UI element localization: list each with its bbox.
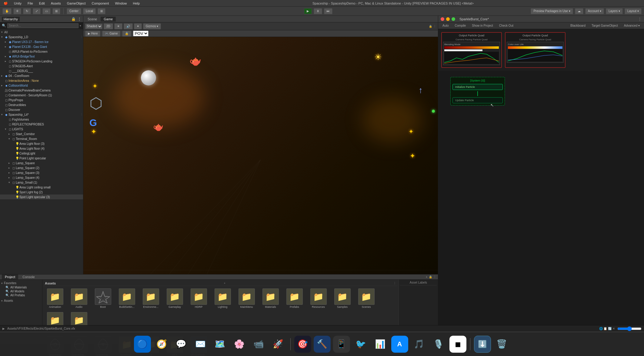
menu-window[interactable]: Window <box>114 2 128 5</box>
dock-trash[interactable]: 🗑️ <box>493 336 510 353</box>
render-mode-select[interactable]: Shaded <box>85 24 102 29</box>
tab-advanced[interactable]: Advanced ▾ <box>622 23 642 28</box>
hier-item-cinematic[interactable]: ▸ 🎥 CinematicPreviewBrainCamera <box>0 88 83 93</box>
window-close-btn[interactable] <box>441 17 444 21</box>
hier-spaceship-options[interactable]: ⋮ <box>80 113 83 116</box>
lock-scene-icon[interactable]: 🔒 <box>429 25 432 28</box>
dock-podcasts[interactable]: 🎙️ <box>430 336 447 353</box>
asset-samples[interactable]: 📁 Samples <box>331 287 354 310</box>
hier-item-point-specular[interactable]: ▸ 💡 Point Light specular <box>0 156 83 161</box>
tool-scale[interactable]: ⤢ <box>33 8 41 14</box>
hier-item-stage04[interactable]: ▸ ◻ STAGE04-PinScreen-Landing <box>0 59 83 64</box>
hier-item-area-light-3[interactable]: ▸ 💡 Area Light floor (3) <box>0 141 83 146</box>
hier-item-all[interactable]: ▾ All <box>0 30 83 35</box>
menu-unity-text[interactable]: Unity <box>13 2 23 5</box>
bottom-panel-icon1[interactable]: + <box>426 275 428 279</box>
asset-resources[interactable]: 📁 Resources <box>307 287 330 310</box>
hier-item-lamp-square-3[interactable]: ▸ ◻ Lamp_Square (3) <box>0 170 83 175</box>
fav-all-materials[interactable]: 🔍 All Materials <box>1 285 41 289</box>
hier-options-icon[interactable]: ⋮ <box>80 35 83 38</box>
pivot-btn[interactable]: Center <box>67 8 81 14</box>
hier-item-debug[interactable]: ▸ ◻ ___DEBUG___ <box>0 68 83 73</box>
hier-item-reflectionprobes[interactable]: ▸ ◻ REFLECTIONPROBES <box>0 122 83 127</box>
hier-item-physprops[interactable]: ▸ ◻ PhysProps <box>0 98 83 102</box>
dock-mail[interactable]: ✉️ <box>192 336 209 353</box>
tab-hierarchy[interactable]: Hierarchy <box>2 17 20 22</box>
hier-item-lamp-small[interactable]: ▾ ◻ Lamp_Small (1) <box>0 180 83 185</box>
tool-move[interactable]: ✛ <box>13 8 21 14</box>
assets-add-icon[interactable]: + <box>224 282 225 285</box>
hierarchy-filter-icon[interactable]: ▾ <box>80 24 81 27</box>
bottom-panel-lock[interactable]: 🔒 <box>429 275 432 278</box>
dock-facetime[interactable]: 📹 <box>250 336 267 353</box>
tab-console[interactable]: Console <box>19 274 38 279</box>
window-min-btn[interactable] <box>446 17 450 21</box>
hier-item-spot-fog[interactable]: ▸ 💡 Spot Light fog (2) <box>0 190 83 195</box>
hierarchy-lock-icon[interactable]: 🔒 <box>71 17 76 21</box>
initialize-particle-node[interactable]: Initialize Particle <box>452 84 503 90</box>
hier-item-lamp-square-4[interactable]: ▸ ◻ Lamp_Square (4) <box>0 175 83 180</box>
tab-project[interactable]: Project <box>2 274 18 279</box>
fav-all-models[interactable]: 🔍 All Models <box>1 289 41 293</box>
dock-bird[interactable]: 🐦 <box>352 336 369 353</box>
hier-item-lamp-square-2[interactable]: ▸ ◻ Lamp_Square (2) <box>0 165 83 170</box>
hierarchy-menu-icon[interactable]: ⋮ <box>78 17 81 21</box>
tab-auto[interactable]: Auto <box>440 23 451 28</box>
asset-animation[interactable]: 📁 Animation <box>44 287 66 310</box>
hier-item-terminal-room[interactable]: ▾ ◻ Terminal_Room <box>0 136 83 141</box>
tab-show-project[interactable]: Show in Project <box>469 23 495 28</box>
tool-rect[interactable]: ▭ <box>42 8 51 14</box>
window-max-btn[interactable] <box>452 17 455 21</box>
hier-item-spot-specular[interactable]: ▸ 💡 Spot Light specular (3) <box>0 195 83 199</box>
step-btn[interactable]: ⏭ <box>324 8 332 14</box>
hier-item-fogvolumes[interactable]: ▸ ◻ FogVolumes <box>0 117 83 122</box>
assets-menu-icon[interactable]: ⋮ <box>393 282 396 285</box>
hier-item-spaceship-lit[interactable]: ▾ ◆ Spaceship_Lit* ⋮ <box>0 112 83 117</box>
hier-item-area-light-ceil[interactable]: ▸ 💡 Area Light ceiling small <box>0 185 83 190</box>
hier-item-arui-bridge[interactable]: ▸ ■ ARUI-BridgeText <box>0 54 83 59</box>
game-btn[interactable]: 🎮 Game <box>102 31 120 37</box>
dock-activity[interactable]: 📊 <box>372 336 389 353</box>
asset-hdrp[interactable]: 📁 HDRP <box>187 287 210 310</box>
hier-item-spaceship-ld[interactable]: ▾ ◆ Spaceship_LD ⋮ <box>0 35 83 39</box>
effects-toggle[interactable]: ✦ <box>134 23 142 29</box>
asset-mainmenu[interactable]: 📁 MainMenu <box>235 287 258 310</box>
dock-finder[interactable]: 🔵 <box>134 336 151 353</box>
2d-toggle[interactable]: 2D <box>104 23 113 29</box>
hier-item-interaction[interactable]: ▸ ◻ InteractionArea : None <box>0 78 83 83</box>
tab-checkout[interactable]: Check Out <box>497 23 516 28</box>
dock-appstore[interactable]: A <box>391 336 408 353</box>
dock-photos[interactable]: 🌸 <box>231 336 248 353</box>
menu-help[interactable]: Help <box>132 2 141 5</box>
asset-scenes[interactable]: 📁 Scenes <box>355 287 378 310</box>
menu-unity[interactable]: 🍎 <box>2 1 9 5</box>
dock-simulator[interactable]: 📱 <box>333 336 350 353</box>
dock-music[interactable]: 🎵 <box>411 336 428 353</box>
dock-maps[interactable]: 🗺️ <box>212 336 229 353</box>
dock-safari[interactable]: 🧭 <box>153 336 170 353</box>
hier-item-lamp-square[interactable]: ▸ ◻ Lamp_Square <box>0 161 83 165</box>
dock-messages[interactable]: 💬 <box>173 336 190 353</box>
asset-buildsettings[interactable]: 📁 BuildSettin... <box>115 287 138 310</box>
hier-item-ceiling-light[interactable]: ▸ 💡 CeilingLight <box>0 151 83 156</box>
dock-xcode[interactable]: 🔨 <box>314 336 331 353</box>
dock-downloads[interactable]: ⬇️ <box>474 336 491 353</box>
update-particle-node[interactable]: Update Particle <box>452 97 503 103</box>
asset-lighting[interactable]: 📁 Lighting <box>211 287 234 310</box>
preview-packages-btn[interactable]: Preview Packages in Use ▾ <box>531 8 573 14</box>
audio-toggle[interactable]: 🔊 <box>124 23 133 29</box>
pause-btn[interactable]: ⏸ <box>314 8 322 14</box>
hier-item-area-light-4[interactable]: ▸ 💡 Area Light floor (4) <box>0 146 83 151</box>
asset-gameplay[interactable]: 📁 Gameplay <box>163 287 186 310</box>
menu-component[interactable]: Component <box>91 2 110 5</box>
hier-item-lights[interactable]: ▾ ◻ LIGHTS <box>0 127 83 131</box>
account-btn[interactable]: Account ▾ <box>585 8 604 14</box>
sparkle-menu-icon[interactable]: ⋮ <box>638 17 642 21</box>
layout-btn[interactable]: Layout ▾ <box>625 8 642 14</box>
hier-item-destructibles[interactable]: ▸ ◻ Destructibles <box>0 102 83 107</box>
bottom-panel-menu[interactable]: ⋮ <box>433 275 436 278</box>
gizmos-toggle[interactable]: Gizmos ▾ <box>143 23 161 29</box>
hier-item-stage05[interactable]: ▸ ◻ STAGE05-Alert <box>0 64 83 68</box>
asset-prefabs[interactable]: 📁 Prefabs <box>283 287 306 310</box>
hier-item-collision[interactable]: ▸ ■ CollisionWorld <box>0 83 83 88</box>
